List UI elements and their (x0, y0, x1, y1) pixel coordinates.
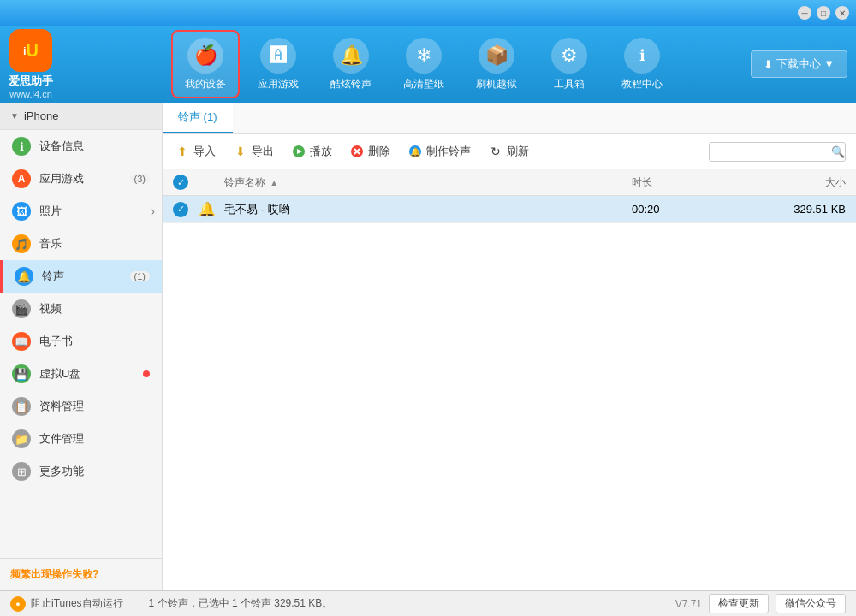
name-header-label: 铃声名称 (224, 176, 265, 188)
nav-app-game[interactable]: 🅰 应用游戏 (244, 30, 312, 98)
device-name: iPhone (24, 110, 58, 122)
table-row[interactable]: ✓ 🔔 毛不易 - 哎哟 00:20 329.51 KB (163, 196, 856, 223)
toolbar: ⬆ 导入 ⬇ 导出 播放 删除 🔔 (163, 134, 856, 169)
nav-device-label: 我的设备 (185, 77, 226, 92)
play-label: 播放 (310, 144, 332, 159)
status-summary: 1 个铃声，已选中 1 个铃声 329.51 KB。 (149, 596, 333, 611)
row-icon: 🔔 (199, 201, 224, 217)
minimize-button[interactable]: ─ (798, 6, 811, 20)
row-name: 毛不易 - 哎哟 (224, 202, 632, 217)
svg-text:🔔: 🔔 (410, 146, 421, 157)
maximize-button[interactable]: □ (817, 6, 830, 20)
titlebar: ─ □ ✕ (0, 0, 856, 26)
nav-jailbreak-icon: 📦 (479, 38, 514, 74)
delete-button[interactable]: 删除 (348, 141, 392, 162)
import-icon: ⬆ (175, 144, 190, 159)
music-icon: 🎵 (12, 234, 31, 253)
refresh-icon: ↻ (488, 144, 503, 159)
main-layout: ▼ iPhone ℹ 设备信息 A 应用游戏 (3) 🖼 照片 › (0, 103, 856, 590)
duration-header-label: 时长 (632, 176, 652, 188)
music-label: 音乐 (39, 236, 62, 252)
ringtones-badge: (1) (130, 271, 150, 281)
nav-tools[interactable]: ⚙ 工具箱 (535, 30, 603, 98)
brand-url: www.i4.cn (9, 89, 52, 99)
search-icon: 🔍 (831, 145, 845, 158)
nav-device-icon: 🍎 (187, 38, 223, 74)
nav-ringtone[interactable]: 🔔 酷炫铃声 (317, 30, 385, 98)
header-size[interactable]: 大小 (734, 175, 846, 190)
apps-icon: A (12, 169, 31, 188)
sidebar-item-file-mgmt[interactable]: 📁 文件管理 (0, 423, 162, 455)
logo-box: iU 爱思助手 www.i4.cn (9, 29, 53, 99)
nav-wallpaper[interactable]: ❄ 高清壁纸 (389, 30, 458, 98)
wechat-button[interactable]: 微信公众号 (776, 594, 846, 613)
brand-name: 爱思助手 (9, 74, 53, 89)
nav-jailbreak[interactable]: 📦 刷机越狱 (462, 30, 531, 98)
play-button[interactable]: 播放 (289, 141, 334, 162)
import-button[interactable]: ⬆ 导入 (173, 141, 217, 162)
more-icon: ⊞ (12, 462, 31, 481)
header-duration[interactable]: 时长 (632, 175, 734, 190)
export-button[interactable]: ⬇ 导出 (231, 141, 276, 162)
nav-tutorial-label: 教程中心 (621, 77, 663, 92)
sidebar-item-photos[interactable]: 🖼 照片 › (0, 195, 162, 228)
trouble-link[interactable]: 频繁出现操作失败? (10, 568, 98, 580)
stop-itunes-label[interactable]: 阻止iTunes自动运行 (31, 596, 123, 611)
import-label: 导入 (193, 144, 216, 159)
play-icon (291, 144, 306, 159)
logo-icon: iU (9, 29, 52, 72)
nav-tutorial-icon: ℹ (624, 38, 660, 74)
search-input[interactable] (716, 145, 828, 157)
make-label: 制作铃声 (426, 144, 471, 159)
device-info-label: 设备信息 (39, 139, 84, 154)
ebook-label: 电子书 (39, 334, 73, 349)
delete-label: 删除 (368, 144, 390, 159)
tab-ringtones[interactable]: 铃声 (1) (163, 103, 233, 133)
sidebar-item-ebook[interactable]: 📖 电子书 (0, 325, 162, 358)
sidebar-item-more[interactable]: ⊞ 更多功能 (0, 455, 162, 488)
sidebar-item-apps[interactable]: A 应用游戏 (3) (0, 163, 162, 195)
data-mgmt-icon: 📋 (12, 397, 31, 416)
collapse-icon: ▼ (10, 111, 19, 121)
search-box[interactable]: 🔍 (709, 142, 846, 162)
apps-badge: (3) (130, 174, 150, 184)
ringtones-icon: 🔔 (15, 267, 33, 286)
nav-wallpaper-icon: ❄ (406, 38, 442, 74)
sidebar-item-video[interactable]: 🎬 视频 (0, 293, 162, 325)
vdisk-dot (143, 370, 150, 377)
check-update-button[interactable]: 检查更新 (709, 594, 769, 613)
table-header: ✓ 铃声名称 ▲ 时长 大小 (163, 169, 856, 196)
device-header[interactable]: ▼ iPhone (0, 103, 162, 130)
close-button[interactable]: ✕ (835, 6, 849, 20)
nav-my-device[interactable]: 🍎 我的设备 (171, 30, 240, 98)
photos-icon: 🖼 (12, 202, 31, 221)
vdisk-label: 虚拟U盘 (39, 366, 80, 382)
sidebar-item-music[interactable]: 🎵 音乐 (0, 228, 162, 260)
nav-ringtone-label: 酷炫铃声 (330, 77, 372, 92)
nav-tutorial[interactable]: ℹ 教程中心 (608, 30, 676, 98)
sidebar-item-data-mgmt[interactable]: 📋 资料管理 (0, 390, 162, 423)
make-ringtone-button[interactable]: 🔔 制作铃声 (406, 141, 473, 162)
checked-icon: ✓ (173, 202, 188, 217)
header-name[interactable]: 铃声名称 ▲ (224, 175, 632, 190)
more-label: 更多功能 (39, 464, 84, 479)
make-icon: 🔔 (407, 144, 423, 159)
sidebar-item-vdisk[interactable]: 💾 虚拟U盘 (0, 358, 162, 390)
download-label: 下载中心 ▼ (776, 56, 835, 72)
sidebar-item-device-info[interactable]: ℹ 设备信息 (0, 130, 162, 163)
refresh-button[interactable]: ↻ 刷新 (486, 141, 531, 162)
size-header-label: 大小 (825, 176, 846, 188)
video-icon: 🎬 (12, 299, 31, 318)
content-tabs: 铃声 (1) (163, 103, 856, 134)
apps-label: 应用游戏 (39, 171, 84, 187)
sort-arrow: ▲ (270, 178, 278, 187)
ringtones-label: 铃声 (42, 269, 64, 284)
sidebar-item-ringtones[interactable]: 🔔 铃声 (1) (0, 260, 162, 293)
file-mgmt-label: 文件管理 (39, 431, 84, 447)
row-duration: 00:20 (632, 203, 734, 216)
export-icon: ⬇ (233, 144, 248, 159)
status-left: ● 阻止iTunes自动运行 (10, 596, 123, 612)
download-btn[interactable]: ⬇ 下载中心 ▼ (751, 50, 847, 78)
sidebar-footer: 频繁出现操作失败? (0, 558, 162, 590)
ringtone-file-icon: 🔔 (199, 202, 216, 216)
